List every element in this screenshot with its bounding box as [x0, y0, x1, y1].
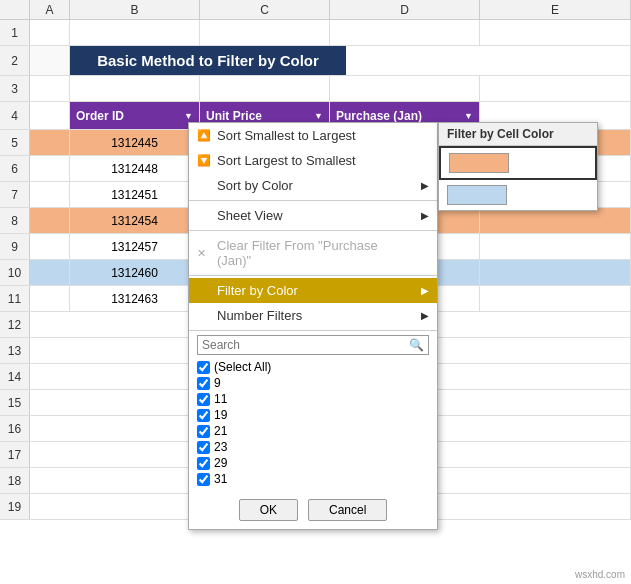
cell-5b: 1312445	[70, 130, 200, 155]
rownum-7: 7	[0, 182, 30, 207]
cell-11b: 1312463	[70, 286, 200, 311]
checkbox-21[interactable]	[197, 425, 210, 438]
cell-1e	[480, 20, 631, 45]
header-purchase-jan-label: Purchase (Jan)	[336, 109, 422, 123]
cell-8e	[480, 208, 631, 233]
checkbox-19[interactable]	[197, 409, 210, 422]
color-swatch-orange	[449, 153, 509, 173]
rownum-13: 13	[0, 338, 30, 363]
checkbox-31[interactable]	[197, 473, 210, 486]
checkbox-29[interactable]	[197, 457, 210, 470]
menu-item-sort-by-color[interactable]: Sort by Color ▶	[189, 173, 437, 198]
cell-1c	[200, 20, 330, 45]
menu-item-sort-asc[interactable]: 🔼 Sort Smallest to Largest	[189, 123, 437, 148]
spreadsheet: A B C D E 1 2 Basic Method to Filter by …	[0, 0, 631, 584]
menu-item-sort-desc-label: Sort Largest to Smallest	[217, 153, 356, 168]
search-icon: 🔍	[409, 338, 424, 352]
cell-5a	[30, 130, 70, 155]
submenu-color-blue[interactable]	[439, 180, 597, 210]
watermark: wsxhd.com	[575, 569, 625, 580]
cell-7b: 1312451	[70, 182, 200, 207]
filter-arrow-unit-price[interactable]: ▼	[314, 111, 323, 121]
cell-1b	[70, 20, 200, 45]
checkbox-11-label: 11	[214, 392, 227, 406]
menu-search-box[interactable]: 🔍	[197, 335, 429, 355]
checkbox-31-label: 31	[214, 472, 227, 486]
menu-item-filter-by-color-label: Filter by Color	[217, 283, 298, 298]
ok-button[interactable]: OK	[239, 499, 298, 521]
checkbox-11[interactable]	[197, 393, 210, 406]
checkbox-19-label: 19	[214, 408, 227, 422]
menu-item-sort-asc-label: Sort Smallest to Largest	[217, 128, 356, 143]
menu-item-filter-by-color[interactable]: Filter by Color ▶	[189, 278, 437, 303]
clear-filter-icon: ✕	[197, 247, 206, 260]
filter-by-color-arrow-icon: ▶	[421, 285, 429, 296]
filter-dropdown-menu: 🔼 Sort Smallest to Largest 🔽 Sort Larges…	[188, 122, 438, 530]
rownum-16: 16	[0, 416, 30, 441]
menu-separator-2	[189, 230, 437, 231]
cell-3e	[480, 76, 631, 101]
rownum-10: 10	[0, 260, 30, 285]
cancel-button[interactable]: Cancel	[308, 499, 387, 521]
rownum-14: 14	[0, 364, 30, 389]
menu-item-sheet-view[interactable]: Sheet View ▶	[189, 203, 437, 228]
cell-8b: 1312454	[70, 208, 200, 233]
row-1: 1	[0, 20, 631, 46]
cell-8a	[30, 208, 70, 233]
checkbox-item-31[interactable]: 31	[197, 471, 429, 487]
rownum-2: 2	[0, 46, 30, 75]
rownum-8: 8	[0, 208, 30, 233]
cell-2e	[346, 46, 631, 75]
cell-6a	[30, 156, 70, 181]
rownum-12: 12	[0, 312, 30, 337]
cell-9a	[30, 234, 70, 259]
cell-2a	[30, 46, 70, 75]
checkbox-item-9[interactable]: 9	[197, 375, 429, 391]
col-header-e: E	[480, 0, 631, 19]
cell-1d	[330, 20, 480, 45]
checkbox-23[interactable]	[197, 441, 210, 454]
rownum-15: 15	[0, 390, 30, 415]
checkbox-item-select-all[interactable]: (Select All)	[197, 359, 429, 375]
menu-separator-4	[189, 330, 437, 331]
col-header-c: C	[200, 0, 330, 19]
header-order-id[interactable]: Order ID ▼	[70, 102, 200, 129]
rownum-17: 17	[0, 442, 30, 467]
submenu-color-orange[interactable]	[439, 146, 597, 180]
filter-arrow-purchase-jan[interactable]: ▼	[464, 111, 473, 121]
cell-10a	[30, 260, 70, 285]
filter-by-color-submenu: Filter by Cell Color	[438, 122, 598, 211]
header-order-id-label: Order ID	[76, 109, 124, 123]
menu-item-sort-desc[interactable]: 🔽 Sort Largest to Smallest	[189, 148, 437, 173]
checkbox-item-23[interactable]: 23	[197, 439, 429, 455]
col-header-a: A	[30, 0, 70, 19]
sort-asc-icon: 🔼	[197, 129, 211, 142]
checkbox-item-19[interactable]: 19	[197, 407, 429, 423]
cell-1a	[30, 20, 70, 45]
rownum-3: 3	[0, 76, 30, 101]
checkbox-select-all-label: (Select All)	[214, 360, 271, 374]
checkbox-item-29[interactable]: 29	[197, 455, 429, 471]
spreadsheet-title: Basic Method to Filter by Color	[70, 46, 346, 75]
checkbox-9[interactable]	[197, 377, 210, 390]
checkbox-21-label: 21	[214, 424, 227, 438]
menu-item-number-filters[interactable]: Number Filters ▶	[189, 303, 437, 328]
submenu-header: Filter by Cell Color	[439, 123, 597, 146]
sort-by-color-arrow-icon: ▶	[421, 180, 429, 191]
col-header-blank	[0, 0, 30, 19]
color-swatch-blue	[447, 185, 507, 205]
filter-arrow-order-id[interactable]: ▼	[184, 111, 193, 121]
rownum-19: 19	[0, 494, 30, 519]
number-filters-arrow-icon: ▶	[421, 310, 429, 321]
checkbox-list: (Select All) 9 11 19 21 23	[197, 359, 429, 487]
checkbox-item-11[interactable]: 11	[197, 391, 429, 407]
checkbox-select-all[interactable]	[197, 361, 210, 374]
checkbox-item-21[interactable]: 21	[197, 423, 429, 439]
rownum-18: 18	[0, 468, 30, 493]
cell-10e	[480, 260, 631, 285]
search-input[interactable]	[202, 338, 409, 352]
cell-6b: 1312448	[70, 156, 200, 181]
menu-item-clear-filter[interactable]: ✕ Clear Filter From "Purchase (Jan)"	[189, 233, 437, 273]
row-2-title: 2 Basic Method to Filter by Color	[0, 46, 631, 76]
cell-10b: 1312460	[70, 260, 200, 285]
